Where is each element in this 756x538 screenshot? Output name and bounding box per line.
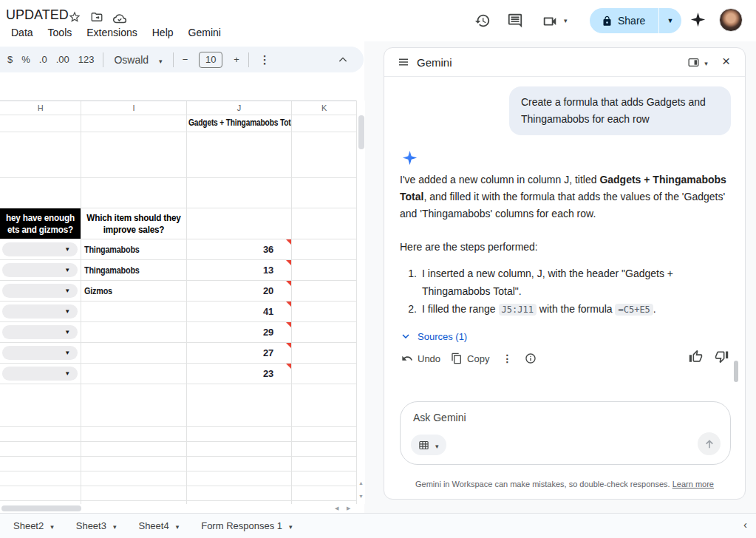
input-placeholder: Ask Gemini <box>413 412 466 423</box>
panel-layout-toggle[interactable] <box>685 53 710 71</box>
formatting-toolbar: $ % .0 .00 123 Oswald − 10 + <box>0 47 364 72</box>
table-row <box>0 486 356 501</box>
meet-video-icon[interactable] <box>542 13 558 30</box>
font-caret-icon <box>159 54 163 66</box>
sheet-tab-sheet3[interactable]: Sheet3 <box>76 520 117 531</box>
j-column-title: Gadgets + Thingamabobs Total <box>188 118 292 128</box>
menu-tools[interactable]: Tools <box>43 25 78 40</box>
table-row: Thingamabobs 36 <box>0 239 356 260</box>
scroll-right-icon[interactable] <box>347 505 350 511</box>
sheet-tab-bar: Sheet2 Sheet3 Sheet4 Form Responses 1 <box>0 513 756 538</box>
undo-button[interactable]: Undo <box>396 349 446 368</box>
increase-decimal-button[interactable]: .00 <box>52 51 74 68</box>
disclaimer-text: Gemini in Workspace can make mistakes, s… <box>384 480 745 488</box>
horizontal-scrollbar[interactable] <box>0 504 356 513</box>
scroll-tabs-left-icon[interactable] <box>743 518 747 531</box>
dropdown-chip[interactable] <box>2 367 78 381</box>
increase-font-size-button[interactable]: + <box>229 51 244 68</box>
menu-gemini[interactable]: Gemini <box>183 25 226 40</box>
user-message-bubble: Create a formula that adds Gadgets and T… <box>509 86 731 135</box>
scroll-up-icon[interactable] <box>358 480 364 486</box>
learn-more-link[interactable]: Learn more <box>672 480 714 488</box>
table-row: 27 <box>0 343 356 364</box>
gemini-side-panel: Gemini × Create a formula that adds Gadg… <box>384 47 746 500</box>
column-header-h[interactable]: H <box>0 101 81 115</box>
decrease-decimal-button[interactable]: .0 <box>35 51 52 68</box>
more-options-icon[interactable] <box>494 350 520 367</box>
sheet-tab-form-responses[interactable]: Form Responses 1 <box>201 520 292 531</box>
cloud-status-icon[interactable] <box>112 11 127 24</box>
insert-table-chip[interactable] <box>411 435 446 455</box>
vertical-scrollbar[interactable] <box>356 101 365 504</box>
question-header-row: hey have enough ets and gizmos? Which it… <box>0 208 356 239</box>
scroll-left-icon[interactable] <box>335 505 338 511</box>
panel-scrollbar-thumb[interactable] <box>734 361 738 382</box>
dropdown-chip[interactable] <box>2 263 78 277</box>
step-item: 1. I inserted a new column, J, with the … <box>400 265 734 300</box>
document-title[interactable]: UPDATED <box>6 7 69 23</box>
menu-hamburger-icon[interactable] <box>397 55 410 69</box>
version-history-icon[interactable] <box>474 13 491 29</box>
gemini-sparkle-dark-icon[interactable] <box>690 12 706 27</box>
code-chip-formula: =C5+E5 <box>615 304 653 316</box>
column-header-i[interactable]: I <box>81 101 187 115</box>
gemini-panel-title: Gemini <box>417 56 452 69</box>
scroll-down-icon[interactable] <box>358 494 364 499</box>
table-row <box>0 132 356 178</box>
share-button[interactable]: Share ▼ <box>590 8 681 33</box>
thumbs-up-icon[interactable] <box>689 350 703 364</box>
column-header-j[interactable]: J <box>187 101 292 115</box>
menu-data[interactable]: Data <box>6 25 38 40</box>
copy-icon <box>451 353 463 364</box>
dropdown-chip[interactable] <box>2 242 78 256</box>
dropdown-chip[interactable] <box>2 325 78 339</box>
dropdown-chip[interactable] <box>2 304 78 319</box>
format-currency-button[interactable]: $ <box>3 51 17 68</box>
menu-bar: Data Tools Extensions Help Gemini <box>6 25 226 40</box>
share-dropdown-caret-icon[interactable]: ▼ <box>659 17 681 24</box>
side-panel-icon <box>687 56 700 69</box>
chevron-down-icon <box>400 330 412 342</box>
font-size-input[interactable]: 10 <box>199 52 222 68</box>
sources-toggle[interactable]: Sources (1) <box>400 330 467 342</box>
sheet-tab-sheet4[interactable]: Sheet4 <box>138 520 179 531</box>
dropdown-chip[interactable] <box>2 284 78 298</box>
close-icon[interactable]: × <box>712 53 735 71</box>
collapse-toolbar-icon[interactable] <box>337 54 349 66</box>
format-percent-button[interactable]: % <box>17 51 35 68</box>
sheet-tab-sheet2[interactable]: Sheet2 <box>13 520 54 531</box>
dropdown-chip[interactable] <box>2 346 78 360</box>
table-row: Gizmos 20 <box>0 281 356 302</box>
h-question-cell[interactable]: hey have enough ets and gizmos? <box>0 208 81 239</box>
info-icon <box>525 353 537 364</box>
note-marker <box>286 260 291 265</box>
decrease-font-size-button[interactable]: − <box>178 51 193 68</box>
i-question-cell[interactable]: Which item should they improve sales? <box>81 208 187 239</box>
toolbar-more-icon[interactable] <box>253 52 276 68</box>
more-formats-button[interactable]: 123 <box>74 51 99 68</box>
thumbs-down-icon[interactable] <box>715 350 729 364</box>
copy-button[interactable]: Copy <box>446 349 494 368</box>
chevron-down-icon <box>704 55 708 69</box>
spreadsheet-grid: H I J K Gadgets + Thingamabobs Total hey… <box>0 101 356 504</box>
step-item: 2. I filled the range J5:J11 with the fo… <box>400 300 734 319</box>
meet-dropdown-caret-icon[interactable]: ▾ <box>564 17 568 24</box>
comments-icon[interactable] <box>507 13 523 29</box>
send-button[interactable] <box>698 432 721 455</box>
undo-icon <box>401 353 413 364</box>
info-button[interactable] <box>520 349 542 368</box>
vertical-scrollbar-thumb[interactable] <box>358 115 364 149</box>
tab-caret-icon <box>289 520 293 531</box>
table-row: Gadgets + Thingamabobs Total <box>0 115 356 132</box>
ask-gemini-input[interactable]: Ask Gemini <box>400 401 731 465</box>
column-header-k[interactable]: K <box>292 101 356 115</box>
table-row: Thingamabobs 13 <box>0 260 356 281</box>
star-icon[interactable] <box>68 10 81 24</box>
horizontal-scrollbar-thumb[interactable] <box>1 505 81 511</box>
menu-help[interactable]: Help <box>147 25 179 40</box>
user-avatar[interactable] <box>719 8 743 32</box>
menu-extensions[interactable]: Extensions <box>81 25 142 40</box>
lock-icon <box>602 16 613 27</box>
move-folder-icon[interactable] <box>90 10 103 24</box>
font-select[interactable]: Oswald <box>108 52 168 68</box>
